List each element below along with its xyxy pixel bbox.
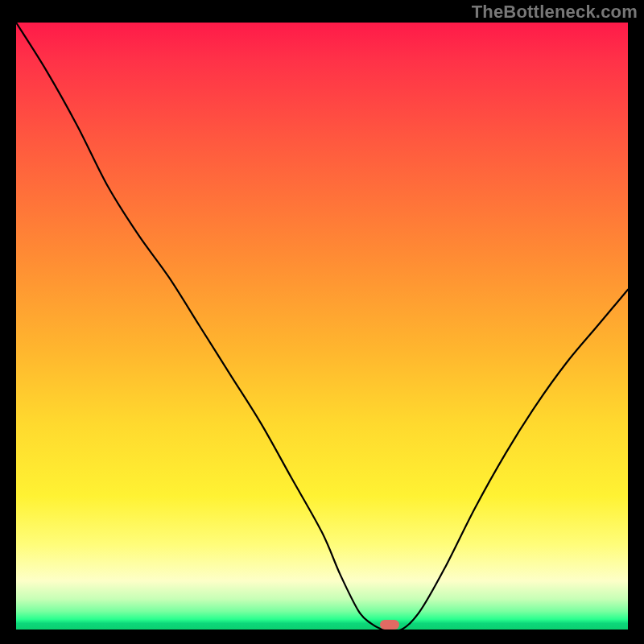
plot-area bbox=[16, 23, 628, 630]
bottleneck-curve bbox=[16, 23, 628, 630]
curve-svg bbox=[16, 23, 628, 630]
chart-frame: TheBottleneck.com bbox=[0, 0, 644, 644]
watermark-label: TheBottleneck.com bbox=[472, 2, 638, 23]
optimal-marker bbox=[380, 620, 399, 630]
